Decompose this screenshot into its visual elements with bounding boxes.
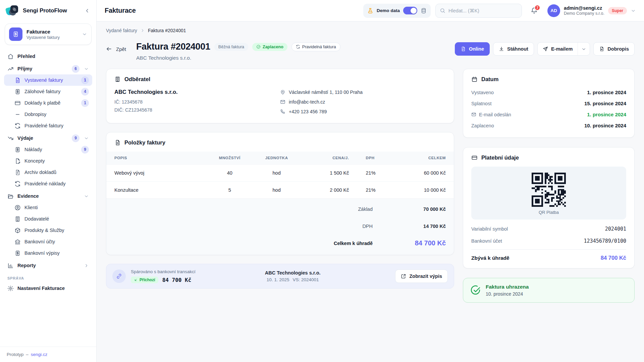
sidebar-item-label: Dobropisy — [24, 112, 89, 117]
sidebar-item-label: Pravidelné faktury — [24, 123, 89, 128]
sidebar-header: Sengi ProtoFlow — [0, 0, 96, 21]
date-label: Vystaveno — [471, 90, 494, 95]
sidebar-item-produkty-sluzby[interactable]: Produkty & Služby — [4, 225, 92, 236]
sidebar-item-bankovni-vypisy[interactable]: Bankovní výpisy — [4, 247, 92, 259]
table-cell: 40 — [207, 165, 252, 182]
sidebar-item-doklady-k-platbe[interactable]: Doklady k platbě1 — [4, 97, 92, 109]
sidebar-item-klienti[interactable]: Klienti — [4, 202, 92, 213]
app-logo — [6, 5, 19, 17]
transaction-matched-label: Spárováno s bankovní transakcí — [131, 269, 196, 274]
credit-card-icon — [471, 155, 478, 161]
sidebar-item-label: Produkty & Služby — [24, 228, 89, 233]
summary-row: DPH14 700 Kč — [114, 218, 446, 235]
summary-label: DPH — [362, 224, 373, 229]
download-button[interactable]: Stáhnout — [493, 42, 534, 56]
transaction-vs: VS: 2024001 — [292, 277, 319, 282]
sidebar-item-pravidelne-naklady[interactable]: Pravidelné náklady — [4, 178, 92, 189]
sidebar-collapse-button[interactable] — [84, 8, 90, 14]
back-button[interactable]: Zpět — [106, 46, 126, 52]
sidebar-item-label: Koncepty — [24, 158, 89, 164]
send-icon — [543, 46, 548, 52]
sidebar-item-dobropisy[interactable]: Dobropisy — [4, 109, 92, 120]
back-label: Zpět — [116, 46, 126, 52]
qr-code — [532, 173, 566, 207]
notifications-button[interactable]: 7 — [527, 4, 541, 17]
payment-total-row: Zbývá k úhradě 84 700 Kč — [471, 249, 626, 268]
search-box — [435, 4, 522, 18]
table-cell: 60 000 Kč — [388, 165, 454, 182]
topbar: Fakturace Demo data 7 AD admin@sengi.cz — [97, 0, 644, 21]
date-value: 1. prosince 2024 — [587, 89, 626, 95]
recurring-badge[interactable]: Pravidelná faktura — [291, 43, 340, 51]
sidebar-item-prehled[interactable]: Přehled — [4, 51, 92, 62]
copy-icon — [10, 5, 18, 13]
bank-transaction-card: Spárováno s bankovní transakcí Příchozí … — [106, 264, 454, 289]
chevron-left-icon — [84, 8, 90, 14]
module-text: Fakturace Vystavené faktury — [26, 29, 78, 40]
paid-title: Faktura uhrazena — [486, 284, 529, 290]
sidebar-item-archiv-dokladu[interactable]: Archiv dokladů — [4, 167, 92, 178]
sidebar-item-zalohove-faktury[interactable]: Zálohové faktury4 — [4, 86, 92, 97]
summary-value: 84 700 Kč — [373, 239, 446, 247]
table-row: Webový vývoj40hod1 500 Kč21%60 000 Kč — [106, 165, 454, 182]
search-input[interactable] — [448, 8, 518, 13]
transaction-amount: 84 700 Kč — [162, 277, 192, 283]
sidebar-item-label: Přehled — [17, 54, 89, 59]
column-header: CELKEM — [388, 152, 454, 165]
demo-data-toggle[interactable] — [403, 7, 417, 14]
breadcrumb-parent[interactable]: Vydané faktury — [106, 28, 137, 33]
sidebar-item-vydaje[interactable]: Výdaje9 — [4, 132, 92, 144]
sidebar-item-pravidelne-faktury[interactable]: Pravidelné faktury — [4, 120, 92, 131]
sidebar-item-vystavene-faktury[interactable]: Vystavené faktury1 — [4, 74, 92, 86]
footer-link[interactable]: sengi.cz — [31, 352, 48, 357]
payment-value: 2024001 — [605, 226, 626, 232]
left-column: Odběratel ABC Technologies s.r.o. IČ: 12… — [106, 69, 454, 289]
payment-row: Variabilní symbol2024001 — [471, 223, 626, 235]
sidebar-item-label: Nastavení Fakturace — [17, 286, 89, 291]
status-badge: Zaplaceno — [252, 43, 287, 51]
invoice-title: Faktura #2024001 — [136, 42, 210, 52]
customer-ic: IČ: 12345678 — [114, 98, 280, 106]
sidebar-item-reporty[interactable]: Reporty — [4, 260, 92, 271]
package-icon — [14, 227, 21, 234]
sidebar-item-nastaveni-fakturace[interactable]: Nastavení Fakturace — [4, 283, 92, 294]
sidebar-item-dodavatele[interactable]: Dodavatelé — [4, 213, 92, 225]
sidebar-item-label: Bankovní účty — [24, 239, 89, 244]
date-row: Vystaveno1. prosince 2024 — [471, 87, 626, 98]
view-statement-button[interactable]: Zobrazit výpis — [395, 269, 448, 283]
column-header: JEDNOTKA — [252, 152, 301, 165]
credit-note-button[interactable]: Dobropis — [593, 42, 635, 56]
sidebar-item-naklady[interactable]: Náklady9 — [4, 144, 92, 155]
sidebar-item-koncepty[interactable]: Koncepty — [4, 155, 92, 167]
sidebar-item-prijmy[interactable]: Příjmy6 — [4, 63, 92, 74]
footer-separator: – — [26, 352, 29, 357]
chevron-right-icon — [84, 263, 89, 268]
user-menu[interactable]: AD admin@sengi.cz Demo Company s.r.o. Su… — [547, 4, 636, 17]
email-button[interactable]: E-mailem — [538, 43, 578, 55]
customer-identity: ABC Technologies s.r.o. IČ: 12345678 DIČ… — [114, 89, 280, 114]
sidebar-item-bankovni-ucty[interactable]: Bankovní účty — [4, 236, 92, 247]
payment-total-value: 84 700 Kč — [601, 255, 626, 261]
bank-icon — [14, 239, 21, 245]
footer-prefix: Prototyp — [7, 352, 23, 357]
payment-row: Bankovní účet123456789/0100 — [471, 235, 626, 247]
file-text-icon — [14, 77, 21, 83]
sidebar: Sengi ProtoFlow Fakturace Vystavené fakt… — [0, 0, 97, 362]
column-header: CENA/J. — [301, 152, 353, 165]
online-button[interactable]: Online — [455, 42, 490, 56]
database-icon[interactable] — [421, 8, 427, 14]
sidebar-item-evidence[interactable]: Evidence — [4, 190, 92, 202]
email-dropdown-button[interactable] — [578, 43, 590, 55]
customer-name: ABC Technologies s.r.o. — [114, 89, 280, 95]
payment-total-label: Zbývá k úhradě — [471, 255, 509, 261]
user-text: admin@sengi.cz Demo Company s.r.o. — [564, 5, 604, 16]
count-badge: 1 — [81, 76, 89, 84]
link-icon — [112, 269, 126, 283]
file-draft-icon — [14, 158, 21, 164]
module-switcher[interactable]: Fakturace Vystavené faktury — [5, 23, 92, 45]
card-title: Položky faktury — [124, 139, 165, 146]
notification-badge: 7 — [534, 5, 540, 11]
file-dollar-icon — [14, 146, 21, 153]
sidebar-item-label: Vystavené faktury — [24, 77, 77, 83]
table-cell: hod — [252, 165, 301, 182]
